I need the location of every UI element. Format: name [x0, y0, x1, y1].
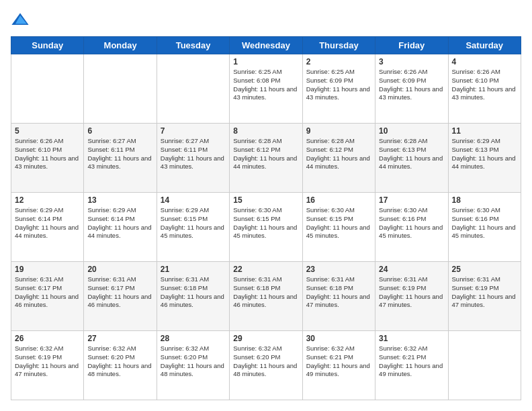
day-number: 11 — [452, 126, 517, 136]
day-header-thursday: Thursday — [302, 37, 375, 54]
calendar-week-row: 12Sunrise: 6:29 AM Sunset: 6:14 PM Dayli… — [11, 193, 521, 262]
calendar-cell: 3Sunrise: 6:26 AM Sunset: 6:09 PM Daylig… — [375, 54, 448, 124]
calendar-cell — [157, 54, 229, 124]
day-number: 25 — [452, 265, 517, 274]
calendar-cell: 10Sunrise: 6:28 AM Sunset: 6:13 PM Dayli… — [375, 124, 448, 193]
day-number: 2 — [306, 57, 371, 66]
day-number: 29 — [233, 334, 298, 343]
logo-icon — [11, 11, 30, 30]
calendar-cell: 1Sunrise: 6:25 AM Sunset: 6:08 PM Daylig… — [230, 54, 302, 124]
day-number: 31 — [379, 334, 444, 343]
day-number: 23 — [306, 265, 371, 274]
calendar-cell: 23Sunrise: 6:31 AM Sunset: 6:18 PM Dayli… — [302, 262, 375, 331]
day-info: Sunrise: 6:30 AM Sunset: 6:15 PM Dayligh… — [306, 206, 371, 240]
day-info: Sunrise: 6:27 AM Sunset: 6:11 PM Dayligh… — [161, 137, 226, 171]
calendar-cell: 17Sunrise: 6:30 AM Sunset: 6:16 PM Dayli… — [375, 193, 448, 262]
calendar-cell: 11Sunrise: 6:29 AM Sunset: 6:13 PM Dayli… — [448, 124, 521, 193]
day-info: Sunrise: 6:29 AM Sunset: 6:15 PM Dayligh… — [161, 206, 226, 240]
day-number: 22 — [233, 265, 298, 274]
day-number: 9 — [306, 126, 371, 136]
day-info: Sunrise: 6:31 AM Sunset: 6:17 PM Dayligh… — [87, 275, 152, 310]
header — [11, 11, 521, 30]
calendar-cell: 26Sunrise: 6:32 AM Sunset: 6:19 PM Dayli… — [11, 331, 84, 400]
day-header-sunday: Sunday — [11, 37, 84, 54]
calendar-cell: 22Sunrise: 6:31 AM Sunset: 6:18 PM Dayli… — [230, 262, 302, 331]
logo — [11, 11, 32, 30]
day-header-monday: Monday — [84, 37, 157, 54]
calendar-cell: 2Sunrise: 6:25 AM Sunset: 6:09 PM Daylig… — [302, 54, 375, 124]
day-number: 12 — [15, 195, 80, 205]
calendar-week-row: 19Sunrise: 6:31 AM Sunset: 6:17 PM Dayli… — [11, 262, 521, 331]
day-number: 28 — [161, 334, 226, 343]
day-info: Sunrise: 6:26 AM Sunset: 6:10 PM Dayligh… — [15, 137, 80, 171]
day-number: 30 — [306, 334, 371, 343]
day-number: 7 — [161, 126, 226, 136]
day-info: Sunrise: 6:30 AM Sunset: 6:16 PM Dayligh… — [379, 206, 444, 240]
day-info: Sunrise: 6:32 AM Sunset: 6:20 PM Dayligh… — [87, 345, 152, 379]
calendar-cell: 27Sunrise: 6:32 AM Sunset: 6:20 PM Dayli… — [84, 331, 157, 400]
day-number: 13 — [87, 195, 152, 205]
day-number: 5 — [15, 126, 80, 136]
day-info: Sunrise: 6:28 AM Sunset: 6:12 PM Dayligh… — [306, 137, 371, 171]
day-info: Sunrise: 6:31 AM Sunset: 6:19 PM Dayligh… — [452, 275, 517, 310]
calendar-week-row: 26Sunrise: 6:32 AM Sunset: 6:19 PM Dayli… — [11, 331, 521, 400]
day-info: Sunrise: 6:25 AM Sunset: 6:08 PM Dayligh… — [233, 68, 298, 102]
calendar-cell: 19Sunrise: 6:31 AM Sunset: 6:17 PM Dayli… — [11, 262, 84, 331]
calendar-cell: 6Sunrise: 6:27 AM Sunset: 6:11 PM Daylig… — [84, 124, 157, 193]
day-number: 18 — [452, 195, 517, 205]
day-number: 14 — [161, 195, 226, 205]
day-info: Sunrise: 6:32 AM Sunset: 6:20 PM Dayligh… — [161, 345, 226, 379]
day-info: Sunrise: 6:28 AM Sunset: 6:13 PM Dayligh… — [379, 137, 444, 171]
day-info: Sunrise: 6:32 AM Sunset: 6:19 PM Dayligh… — [15, 345, 80, 379]
calendar-cell: 20Sunrise: 6:31 AM Sunset: 6:17 PM Dayli… — [84, 262, 157, 331]
day-info: Sunrise: 6:27 AM Sunset: 6:11 PM Dayligh… — [87, 137, 152, 171]
day-info: Sunrise: 6:31 AM Sunset: 6:17 PM Dayligh… — [15, 275, 80, 310]
day-info: Sunrise: 6:30 AM Sunset: 6:15 PM Dayligh… — [233, 206, 298, 240]
day-header-saturday: Saturday — [448, 37, 521, 54]
calendar-cell: 9Sunrise: 6:28 AM Sunset: 6:12 PM Daylig… — [302, 124, 375, 193]
day-number: 27 — [87, 334, 152, 343]
calendar-cell: 13Sunrise: 6:29 AM Sunset: 6:14 PM Dayli… — [84, 193, 157, 262]
day-info: Sunrise: 6:26 AM Sunset: 6:10 PM Dayligh… — [452, 68, 517, 102]
calendar-cell: 4Sunrise: 6:26 AM Sunset: 6:10 PM Daylig… — [448, 54, 521, 124]
day-number: 15 — [233, 195, 298, 205]
calendar-header-row: SundayMondayTuesdayWednesdayThursdayFrid… — [11, 37, 521, 54]
calendar-cell: 29Sunrise: 6:32 AM Sunset: 6:20 PM Dayli… — [230, 331, 302, 400]
day-number: 8 — [233, 126, 298, 136]
day-info: Sunrise: 6:32 AM Sunset: 6:20 PM Dayligh… — [233, 345, 298, 379]
day-info: Sunrise: 6:29 AM Sunset: 6:14 PM Dayligh… — [87, 206, 152, 240]
day-number: 3 — [379, 57, 444, 66]
day-number: 16 — [306, 195, 371, 205]
day-info: Sunrise: 6:28 AM Sunset: 6:12 PM Dayligh… — [233, 137, 298, 171]
calendar-week-row: 5Sunrise: 6:26 AM Sunset: 6:10 PM Daylig… — [11, 124, 521, 193]
calendar-cell: 8Sunrise: 6:28 AM Sunset: 6:12 PM Daylig… — [230, 124, 302, 193]
day-header-tuesday: Tuesday — [157, 37, 229, 54]
day-info: Sunrise: 6:30 AM Sunset: 6:16 PM Dayligh… — [452, 206, 517, 240]
calendar-cell: 14Sunrise: 6:29 AM Sunset: 6:15 PM Dayli… — [157, 193, 229, 262]
page: SundayMondayTuesdayWednesdayThursdayFrid… — [0, 0, 532, 411]
calendar-cell: 28Sunrise: 6:32 AM Sunset: 6:20 PM Dayli… — [157, 331, 229, 400]
calendar-cell: 25Sunrise: 6:31 AM Sunset: 6:19 PM Dayli… — [448, 262, 521, 331]
day-number: 1 — [233, 57, 298, 66]
calendar-cell: 30Sunrise: 6:32 AM Sunset: 6:21 PM Dayli… — [302, 331, 375, 400]
day-info: Sunrise: 6:32 AM Sunset: 6:21 PM Dayligh… — [306, 345, 371, 379]
calendar-cell: 16Sunrise: 6:30 AM Sunset: 6:15 PM Dayli… — [302, 193, 375, 262]
day-info: Sunrise: 6:31 AM Sunset: 6:18 PM Dayligh… — [306, 275, 371, 310]
calendar-cell — [448, 331, 521, 400]
day-info: Sunrise: 6:31 AM Sunset: 6:18 PM Dayligh… — [161, 275, 226, 310]
day-info: Sunrise: 6:31 AM Sunset: 6:18 PM Dayligh… — [233, 275, 298, 310]
day-number: 26 — [15, 334, 80, 343]
day-number: 24 — [379, 265, 444, 274]
calendar-cell — [84, 54, 157, 124]
day-info: Sunrise: 6:29 AM Sunset: 6:13 PM Dayligh… — [452, 137, 517, 171]
day-number: 19 — [15, 265, 80, 274]
day-number: 4 — [452, 57, 517, 66]
calendar-cell: 24Sunrise: 6:31 AM Sunset: 6:19 PM Dayli… — [375, 262, 448, 331]
day-number: 21 — [161, 265, 226, 274]
calendar-cell: 12Sunrise: 6:29 AM Sunset: 6:14 PM Dayli… — [11, 193, 84, 262]
calendar-cell: 31Sunrise: 6:32 AM Sunset: 6:21 PM Dayli… — [375, 331, 448, 400]
day-number: 10 — [379, 126, 444, 136]
day-info: Sunrise: 6:32 AM Sunset: 6:21 PM Dayligh… — [379, 345, 444, 379]
day-info: Sunrise: 6:26 AM Sunset: 6:09 PM Dayligh… — [379, 68, 444, 102]
calendar-cell: 5Sunrise: 6:26 AM Sunset: 6:10 PM Daylig… — [11, 124, 84, 193]
